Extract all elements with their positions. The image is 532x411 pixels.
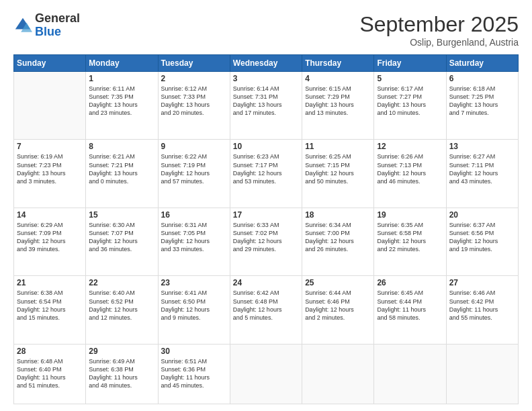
calendar-week-row: 7Sunrise: 6:19 AM Sunset: 7:23 PM Daylig…	[14, 140, 519, 208]
calendar-cell: 5Sunrise: 6:17 AM Sunset: 7:27 PM Daylig…	[374, 72, 446, 140]
calendar-cell: 23Sunrise: 6:41 AM Sunset: 6:50 PM Dayli…	[158, 276, 230, 344]
day-number: 9	[161, 142, 227, 151]
calendar-cell: 4Sunrise: 6:15 AM Sunset: 7:29 PM Daylig…	[302, 72, 374, 140]
calendar-cell: 12Sunrise: 6:26 AM Sunset: 7:13 PM Dayli…	[374, 140, 446, 208]
calendar-cell: 19Sunrise: 6:35 AM Sunset: 6:58 PM Dayli…	[374, 208, 446, 275]
calendar-week-row: 1Sunrise: 6:11 AM Sunset: 7:35 PM Daylig…	[14, 72, 519, 140]
calendar-cell: 14Sunrise: 6:29 AM Sunset: 7:09 PM Dayli…	[14, 208, 86, 275]
day-number: 20	[449, 210, 515, 220]
calendar-week-row: 14Sunrise: 6:29 AM Sunset: 7:09 PM Dayli…	[14, 208, 519, 275]
day-number: 7	[17, 142, 83, 151]
day-info: Sunrise: 6:17 AM Sunset: 7:27 PM Dayligh…	[377, 85, 443, 118]
title-month: September 2025	[359, 12, 519, 37]
logo-text: General Blue	[35, 12, 80, 39]
calendar-cell	[374, 344, 446, 404]
calendar-cell	[14, 72, 86, 140]
day-number: 12	[377, 142, 443, 151]
day-info: Sunrise: 6:25 AM Sunset: 7:15 PM Dayligh…	[305, 152, 371, 185]
day-number: 2	[161, 74, 227, 83]
calendar-cell: 1Sunrise: 6:11 AM Sunset: 7:35 PM Daylig…	[86, 72, 158, 140]
calendar-cell: 17Sunrise: 6:33 AM Sunset: 7:02 PM Dayli…	[230, 208, 302, 275]
day-number: 27	[449, 278, 515, 287]
day-info: Sunrise: 6:26 AM Sunset: 7:13 PM Dayligh…	[377, 152, 443, 185]
day-info: Sunrise: 6:19 AM Sunset: 7:23 PM Dayligh…	[17, 152, 83, 185]
calendar-cell: 29Sunrise: 6:49 AM Sunset: 6:38 PM Dayli…	[86, 344, 158, 404]
logo-general: General	[35, 11, 80, 25]
day-info: Sunrise: 6:34 AM Sunset: 7:00 PM Dayligh…	[305, 221, 371, 254]
day-number: 10	[233, 142, 299, 151]
calendar-cell: 9Sunrise: 6:22 AM Sunset: 7:19 PM Daylig…	[158, 140, 230, 208]
calendar-cell: 26Sunrise: 6:45 AM Sunset: 6:44 PM Dayli…	[374, 276, 446, 344]
day-number: 3	[233, 74, 299, 83]
day-info: Sunrise: 6:27 AM Sunset: 7:11 PM Dayligh…	[449, 152, 515, 185]
weekday-header: Friday	[374, 55, 446, 72]
day-info: Sunrise: 6:29 AM Sunset: 7:09 PM Dayligh…	[17, 221, 83, 254]
day-number: 26	[377, 278, 443, 287]
calendar-cell: 20Sunrise: 6:37 AM Sunset: 6:56 PM Dayli…	[446, 208, 518, 275]
day-info: Sunrise: 6:21 AM Sunset: 7:21 PM Dayligh…	[89, 152, 154, 185]
day-info: Sunrise: 6:18 AM Sunset: 7:25 PM Dayligh…	[449, 85, 515, 118]
day-number: 30	[161, 347, 227, 356]
weekday-header: Sunday	[14, 55, 86, 72]
day-number: 15	[89, 210, 154, 220]
day-info: Sunrise: 6:12 AM Sunset: 7:33 PM Dayligh…	[161, 85, 227, 118]
weekday-header: Thursday	[302, 55, 374, 72]
calendar-cell	[230, 344, 302, 404]
day-number: 17	[233, 210, 299, 220]
day-info: Sunrise: 6:49 AM Sunset: 6:38 PM Dayligh…	[89, 357, 154, 390]
day-info: Sunrise: 6:31 AM Sunset: 7:05 PM Dayligh…	[161, 221, 227, 254]
calendar-cell: 13Sunrise: 6:27 AM Sunset: 7:11 PM Dayli…	[446, 140, 518, 208]
calendar-cell: 30Sunrise: 6:51 AM Sunset: 6:36 PM Dayli…	[158, 344, 230, 404]
title-location: Oslip, Burgenland, Austria	[359, 37, 519, 48]
day-number: 24	[233, 278, 299, 287]
calendar-cell: 3Sunrise: 6:14 AM Sunset: 7:31 PM Daylig…	[230, 72, 302, 140]
calendar-cell: 6Sunrise: 6:18 AM Sunset: 7:25 PM Daylig…	[446, 72, 518, 140]
day-number: 28	[17, 347, 83, 356]
calendar-cell	[302, 344, 374, 404]
day-info: Sunrise: 6:35 AM Sunset: 6:58 PM Dayligh…	[377, 221, 443, 254]
calendar-cell: 28Sunrise: 6:48 AM Sunset: 6:40 PM Dayli…	[14, 344, 86, 404]
calendar-table: SundayMondayTuesdayWednesdayThursdayFrid…	[13, 54, 519, 404]
calendar-cell: 25Sunrise: 6:44 AM Sunset: 6:46 PM Dayli…	[302, 276, 374, 344]
calendar-cell: 8Sunrise: 6:21 AM Sunset: 7:21 PM Daylig…	[86, 140, 158, 208]
day-number: 1	[89, 74, 154, 83]
calendar-cell: 16Sunrise: 6:31 AM Sunset: 7:05 PM Dayli…	[158, 208, 230, 275]
day-info: Sunrise: 6:23 AM Sunset: 7:17 PM Dayligh…	[233, 152, 299, 185]
day-info: Sunrise: 6:22 AM Sunset: 7:19 PM Dayligh…	[161, 152, 227, 185]
day-number: 5	[377, 74, 443, 83]
day-info: Sunrise: 6:48 AM Sunset: 6:40 PM Dayligh…	[17, 357, 83, 390]
calendar-cell: 11Sunrise: 6:25 AM Sunset: 7:15 PM Dayli…	[302, 140, 374, 208]
day-info: Sunrise: 6:51 AM Sunset: 6:36 PM Dayligh…	[161, 357, 227, 390]
calendar-cell: 22Sunrise: 6:40 AM Sunset: 6:52 PM Dayli…	[86, 276, 158, 344]
day-number: 29	[89, 347, 154, 356]
day-info: Sunrise: 6:41 AM Sunset: 6:50 PM Dayligh…	[161, 289, 227, 322]
page: General Blue September 2025 Oslip, Burge…	[0, 0, 532, 411]
day-info: Sunrise: 6:42 AM Sunset: 6:48 PM Dayligh…	[233, 289, 299, 322]
logo-icon	[13, 16, 32, 35]
weekday-header: Saturday	[446, 55, 518, 72]
calendar-cell: 10Sunrise: 6:23 AM Sunset: 7:17 PM Dayli…	[230, 140, 302, 208]
calendar-cell: 24Sunrise: 6:42 AM Sunset: 6:48 PM Dayli…	[230, 276, 302, 344]
calendar-week-row: 21Sunrise: 6:38 AM Sunset: 6:54 PM Dayli…	[14, 276, 519, 344]
calendar-cell: 18Sunrise: 6:34 AM Sunset: 7:00 PM Dayli…	[302, 208, 374, 275]
day-info: Sunrise: 6:37 AM Sunset: 6:56 PM Dayligh…	[449, 221, 515, 254]
day-info: Sunrise: 6:44 AM Sunset: 6:46 PM Dayligh…	[305, 289, 371, 322]
day-number: 13	[449, 142, 515, 151]
day-number: 19	[377, 210, 443, 220]
day-number: 8	[89, 142, 154, 151]
day-number: 11	[305, 142, 371, 151]
day-info: Sunrise: 6:30 AM Sunset: 7:07 PM Dayligh…	[89, 221, 154, 254]
day-number: 4	[305, 74, 371, 83]
day-number: 25	[305, 278, 371, 287]
day-info: Sunrise: 6:38 AM Sunset: 6:54 PM Dayligh…	[17, 289, 83, 322]
day-number: 6	[449, 74, 515, 83]
day-number: 22	[89, 278, 154, 287]
day-info: Sunrise: 6:45 AM Sunset: 6:44 PM Dayligh…	[377, 289, 443, 322]
calendar-cell	[446, 344, 518, 404]
calendar-cell: 15Sunrise: 6:30 AM Sunset: 7:07 PM Dayli…	[86, 208, 158, 275]
calendar-cell: 21Sunrise: 6:38 AM Sunset: 6:54 PM Dayli…	[14, 276, 86, 344]
logo-blue: Blue	[35, 25, 61, 38]
logo: General Blue	[13, 12, 80, 39]
day-info: Sunrise: 6:15 AM Sunset: 7:29 PM Dayligh…	[305, 85, 371, 118]
day-number: 16	[161, 210, 227, 220]
